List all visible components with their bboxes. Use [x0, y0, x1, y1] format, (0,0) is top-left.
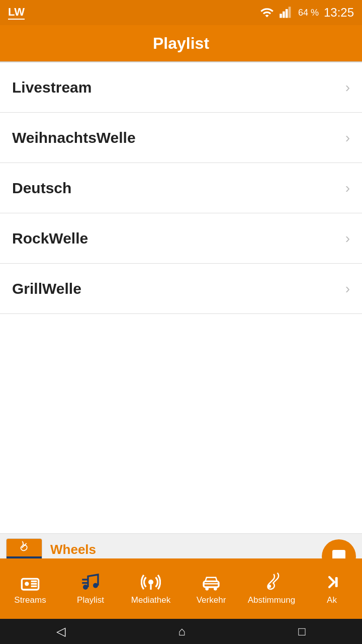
- app-initials: LW: [8, 6, 25, 20]
- nav-item-mediathek[interactable]: Mediathek: [121, 572, 181, 605]
- list-item-rockwelle[interactable]: RockWelle ›: [0, 213, 362, 264]
- svg-rect-1: [283, 12, 285, 18]
- back-button[interactable]: ◁: [56, 624, 65, 638]
- nav-label-playlist: Playlist: [77, 595, 104, 605]
- now-playing-title: Wheels: [50, 542, 314, 557]
- car-icon: [201, 572, 221, 592]
- status-bar: LW 64 % 13:25: [0, 0, 362, 25]
- nav-label-ak: Ak: [327, 595, 337, 605]
- svg-rect-0: [280, 14, 282, 18]
- status-right: 64 % 13:25: [260, 6, 354, 20]
- list-item-deutsch[interactable]: Deutsch ›: [0, 163, 362, 213]
- svg-rect-3: [289, 7, 291, 18]
- signal-icon: [279, 6, 293, 20]
- nav-label-abstimmung: Abstimmung: [248, 595, 295, 605]
- recent-button[interactable]: □: [298, 624, 306, 638]
- playlist-icon: [80, 572, 101, 592]
- bottom-nav: Streams Playlist Mediathek: [0, 558, 362, 619]
- empty-area: [0, 314, 362, 445]
- svg-point-10: [93, 583, 98, 588]
- list-item-label: Livestream: [12, 79, 92, 96]
- svg-point-5: [25, 582, 29, 586]
- chevron-icon: ›: [345, 130, 350, 146]
- svg-point-17: [214, 587, 217, 591]
- nav-item-streams[interactable]: Streams: [0, 572, 60, 605]
- guitar-icon: [261, 572, 282, 592]
- list-item-label: WeihnachtsWelle: [12, 129, 136, 146]
- svg-point-9: [83, 585, 88, 590]
- nav-item-verkehr[interactable]: Verkehr: [181, 572, 241, 605]
- nav-label-verkehr: Verkehr: [197, 595, 226, 605]
- list-item-label: GrillWelle: [12, 280, 81, 297]
- svg-rect-2: [286, 9, 288, 18]
- battery-text: 64 %: [298, 8, 319, 18]
- playlist-list: Livestream › WeihnachtsWelle › Deutsch ›…: [0, 62, 362, 314]
- nav-item-ak[interactable]: Ak: [302, 572, 362, 605]
- list-item-grillwelle[interactable]: GrillWelle ›: [0, 264, 362, 314]
- wifi-icon: [260, 6, 274, 20]
- svg-point-16: [205, 587, 209, 591]
- podcast-icon: [141, 572, 161, 592]
- nav-item-playlist[interactable]: Playlist: [60, 572, 121, 605]
- thumb-top: [7, 539, 42, 556]
- list-item-label: Deutsch: [12, 180, 71, 197]
- nav-item-abstimmung[interactable]: Abstimmung: [241, 572, 302, 605]
- chevron-icon: ›: [345, 281, 350, 297]
- home-button[interactable]: ⌂: [178, 624, 186, 638]
- chevron-icon: ›: [345, 230, 350, 247]
- svg-point-19: [268, 585, 272, 588]
- page-title: Playlist: [153, 34, 209, 53]
- clock: 13:25: [324, 6, 354, 20]
- svg-point-13: [148, 580, 153, 585]
- nav-label-mediathek: Mediathek: [131, 595, 170, 605]
- header: Playlist: [0, 25, 362, 61]
- ak-icon: [322, 572, 342, 592]
- chevron-icon: ›: [345, 180, 350, 196]
- chevron-icon: ›: [345, 79, 350, 96]
- nav-label-streams: Streams: [14, 595, 46, 605]
- system-nav: ◁ ⌂ □: [0, 619, 362, 644]
- list-item-label: RockWelle: [12, 230, 88, 247]
- radio-icon: [20, 572, 40, 592]
- list-item-livestream[interactable]: Livestream ›: [0, 62, 362, 113]
- guitar-thumb-icon: [17, 540, 31, 554]
- list-item-weihnachtswelle[interactable]: WeihnachtsWelle ›: [0, 113, 362, 163]
- svg-rect-20: [335, 577, 338, 587]
